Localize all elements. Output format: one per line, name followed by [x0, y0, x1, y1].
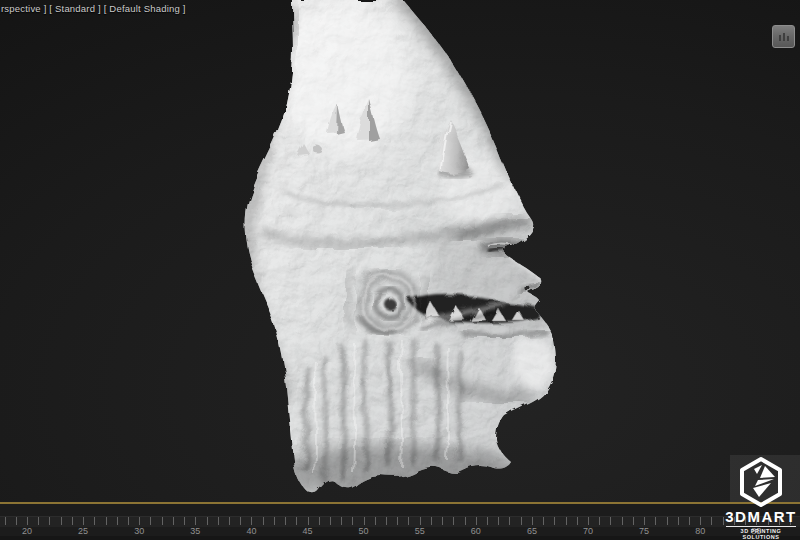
viewport-header-label[interactable]: rspective ] [ Standard ] [ Default Shadi…	[1, 3, 186, 14]
timeline-tick	[442, 517, 443, 525]
timeline-tick	[83, 517, 84, 525]
timeline-tick	[622, 517, 623, 525]
timeline-frame-label: 65	[517, 526, 547, 536]
timeline-frame-label: 75	[629, 526, 659, 536]
timeline-frame-label: 70	[573, 526, 603, 536]
timeline-tick	[352, 517, 353, 525]
viewport-nav-icon[interactable]	[772, 25, 795, 48]
timeline-frame-label: 80	[685, 526, 715, 536]
timeline-tick	[487, 517, 488, 525]
timeline-tick	[397, 517, 398, 525]
timeline-tick	[700, 517, 701, 525]
timeline-tick	[16, 517, 17, 525]
watermark-logo: 3DMART 3D PRINTING SOLUTIONS	[722, 455, 800, 540]
timeline-tick	[588, 517, 589, 525]
timeline-tick	[341, 517, 342, 525]
timeline-tick	[184, 517, 185, 525]
timeline-tick	[106, 517, 107, 525]
timeline-tick	[229, 517, 230, 525]
timeline-frame-label: 60	[461, 526, 491, 536]
timeline-tick	[644, 517, 645, 525]
timeline-frame-label: 25	[68, 526, 98, 536]
timeline-tick	[375, 517, 376, 525]
watermark-brand-text: 3DMART	[722, 510, 800, 524]
watermark-tagline-text: 3D PRINTING SOLUTIONS	[722, 528, 800, 540]
hexagon-gem-icon	[737, 456, 785, 508]
timeline-tick	[319, 517, 320, 525]
timeline-bottom-strip	[0, 536, 800, 540]
timeline-tick	[386, 517, 387, 525]
timeline-tick	[308, 517, 309, 525]
timeline-tick	[72, 517, 73, 525]
timeline-tick	[128, 517, 129, 525]
timeline-tick	[476, 517, 477, 525]
timeline-frame-label: 35	[180, 526, 210, 536]
timeline-frame-label: 20	[12, 526, 42, 536]
timeline-tick	[240, 517, 241, 525]
timeline-tick	[408, 517, 409, 525]
timeline-tick	[49, 517, 50, 525]
timeline-tick	[543, 517, 544, 525]
timeline-tick	[431, 517, 432, 525]
timeline-tick	[509, 517, 510, 525]
timeline-tick	[566, 517, 567, 525]
timeline-tick	[150, 517, 151, 525]
timeline-tick	[61, 517, 62, 525]
timeline-tick	[599, 517, 600, 525]
timeline-tick	[364, 517, 365, 525]
timeline-tick	[263, 517, 264, 525]
timeline-tick	[251, 517, 252, 525]
timeline-tick	[420, 517, 421, 525]
watermark-divider	[726, 526, 796, 527]
timeline-tick	[285, 517, 286, 525]
timeline-tick-band	[0, 516, 800, 527]
timeline-frame-label: 55	[405, 526, 435, 536]
timeline-tick	[38, 517, 39, 525]
timeline-tick	[678, 517, 679, 525]
timeline-tick	[689, 517, 690, 525]
timeline-tick	[498, 517, 499, 525]
timeline-frame-label: 45	[293, 526, 323, 536]
timeline-tick	[577, 517, 578, 525]
timeline-tick	[5, 517, 6, 525]
timeline-frame-label: 30	[124, 526, 154, 536]
timeline-tick	[27, 517, 28, 525]
sculpted-head-model[interactable]	[0, 0, 800, 540]
timeline-tick	[711, 517, 712, 525]
viewport[interactable]: rspective ] [ Standard ] [ Default Shadi…	[0, 0, 800, 540]
timeline-frame-label: 50	[349, 526, 379, 536]
timeline-tick	[139, 517, 140, 525]
timeline-tick	[94, 517, 95, 525]
timeline-tick	[667, 517, 668, 525]
timeline-tick	[633, 517, 634, 525]
timeline-tick	[330, 517, 331, 525]
timeline-tick	[195, 517, 196, 525]
timeline-tick	[532, 517, 533, 525]
timeline-ruler[interactable]: 2025303540455055606570758085	[0, 502, 800, 540]
nav-widget-glyph-icon	[779, 33, 789, 41]
timeline-tick	[207, 517, 208, 525]
timeline-tick	[521, 517, 522, 525]
timeline-tick	[610, 517, 611, 525]
timeline-tick	[162, 517, 163, 525]
timeline-tick	[465, 517, 466, 525]
timeline-tick	[453, 517, 454, 525]
timeline-tick	[274, 517, 275, 525]
timeline-tick	[117, 517, 118, 525]
timeline-tick	[218, 517, 219, 525]
timeline-tick	[655, 517, 656, 525]
timeline-tick	[554, 517, 555, 525]
timeline-tick	[296, 517, 297, 525]
timeline-frame-label: 40	[236, 526, 266, 536]
timeline-tick	[173, 517, 174, 525]
